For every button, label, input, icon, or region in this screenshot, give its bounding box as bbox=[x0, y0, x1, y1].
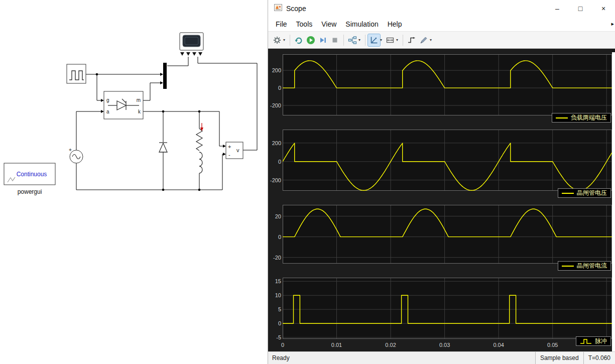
source-plus-label: + bbox=[69, 147, 72, 153]
legend-label: 脉冲 bbox=[595, 337, 607, 345]
legend-1[interactable]: 负载两端电压 bbox=[552, 113, 611, 123]
scope-subplot-4 bbox=[283, 278, 612, 339]
maximize-button[interactable]: □ bbox=[569, 0, 592, 17]
wire-junctions bbox=[96, 73, 201, 191]
trigger-button[interactable] bbox=[406, 34, 418, 46]
scope-subplot-3 bbox=[283, 205, 612, 264]
y-tick-label: 0 bbox=[268, 84, 281, 91]
powergui-label: powergui bbox=[18, 188, 42, 195]
scope-block[interactable] bbox=[180, 33, 203, 56]
menu-item-view[interactable]: View bbox=[317, 19, 341, 30]
y-tick-label: 20 bbox=[268, 213, 281, 220]
port-label-a: a bbox=[106, 109, 109, 114]
legend-3[interactable]: 晶闸管电流 bbox=[558, 261, 611, 271]
menu-item-tools[interactable]: Tools bbox=[292, 19, 317, 30]
scope-screen-icon bbox=[183, 35, 200, 47]
settings-gear-button[interactable] bbox=[271, 34, 283, 46]
y-tick-label: -200 bbox=[268, 177, 281, 184]
x-tick-label: 0.02 bbox=[382, 342, 399, 348]
x-tick-label: 0 bbox=[274, 342, 291, 348]
vm-plus-label: + bbox=[228, 144, 231, 150]
port-label-m: m bbox=[137, 97, 141, 103]
y-tick-label: 200 bbox=[268, 67, 281, 74]
status-ready: Ready bbox=[268, 352, 535, 364]
stop-button[interactable] bbox=[329, 34, 341, 46]
x-tick-label: 0.04 bbox=[490, 342, 507, 348]
legend-line-icon bbox=[562, 266, 574, 267]
window-title: Scope bbox=[286, 5, 306, 13]
minimize-button[interactable]: – bbox=[546, 0, 569, 17]
x-tick-label: 0.03 bbox=[436, 342, 453, 348]
rlc-branch-block[interactable] bbox=[196, 123, 203, 173]
y-tick-label: -5 bbox=[268, 334, 281, 341]
legend-label: 负载两端电压 bbox=[571, 113, 607, 122]
x-tick-label: 0.01 bbox=[328, 342, 345, 348]
status-sample-mode: Sample based bbox=[535, 352, 583, 364]
diode-block[interactable] bbox=[159, 143, 167, 152]
toolbar-separator bbox=[343, 35, 344, 46]
title-bar[interactable]: Scope – □ × bbox=[268, 0, 615, 17]
signal-selector-caret[interactable]: ▾ bbox=[358, 38, 360, 42]
measurements-caret[interactable]: ▾ bbox=[430, 38, 432, 42]
vm-v-label: v bbox=[236, 147, 239, 153]
powergui-block[interactable]: Continuous powergui bbox=[4, 163, 55, 195]
signal-selector-button[interactable] bbox=[346, 34, 358, 46]
y-tick-label: 0 bbox=[268, 320, 281, 327]
y-tick-label: 200 bbox=[268, 140, 281, 147]
status-bar: Ready Sample based T=0.060 bbox=[268, 351, 615, 364]
zoom-fit-caret[interactable]: ▾ bbox=[396, 38, 398, 42]
ac-voltage-source-block[interactable]: + bbox=[69, 147, 83, 163]
menu-bar: FileToolsViewSimulationHelp▸ bbox=[268, 17, 615, 31]
settings-dropdown-caret[interactable]: ▾ bbox=[283, 38, 285, 42]
simulink-canvas: g a m k + bbox=[0, 0, 268, 364]
pulse-generator-block[interactable] bbox=[67, 64, 86, 83]
y-tick-label: 5 bbox=[268, 306, 281, 313]
y-tick-label: 10 bbox=[268, 292, 281, 299]
toolbar: ▾ bbox=[268, 31, 615, 49]
scale-axes-button[interactable] bbox=[368, 34, 380, 46]
scale-axes-caret[interactable]: ▾ bbox=[380, 38, 382, 42]
scope-window: Scope – □ × FileToolsViewSimulationHelp▸… bbox=[268, 0, 615, 364]
scope-plot-area: 2000-200负载两端电压2000-200晶闸管电压200-20晶闸管电流15… bbox=[268, 49, 615, 351]
voltage-measurement-block[interactable]: + - v bbox=[226, 142, 243, 159]
scope-input-ports bbox=[180, 52, 202, 56]
legend-label: 晶闸管电流 bbox=[577, 262, 607, 270]
scope-subplot-1 bbox=[283, 54, 612, 115]
powergui-title: Continuous bbox=[17, 171, 47, 178]
toolbar-separator bbox=[365, 35, 365, 46]
scope-app-icon bbox=[274, 4, 282, 13]
menu-overflow-icon[interactable]: ▸ bbox=[611, 21, 614, 27]
y-tick-label: 0 bbox=[268, 158, 281, 165]
y-tick-label: 15 bbox=[268, 278, 281, 285]
zoom-fit-button[interactable] bbox=[384, 34, 396, 46]
vm-minus-label: - bbox=[228, 152, 230, 158]
mux-block[interactable] bbox=[163, 63, 167, 89]
y-tick-label: -200 bbox=[268, 102, 281, 109]
status-sim-time: T=0.060 bbox=[583, 352, 615, 364]
menu-item-simulation[interactable]: Simulation bbox=[341, 19, 383, 30]
thyristor-block[interactable]: g a m k bbox=[104, 91, 143, 119]
close-button[interactable]: × bbox=[592, 0, 615, 17]
legend-label: 晶闸管电压 bbox=[577, 189, 607, 197]
step-forward-button[interactable] bbox=[317, 34, 329, 46]
legend-4[interactable]: 脉冲 bbox=[576, 336, 611, 346]
plot-right-strip bbox=[612, 49, 615, 351]
legend-step-icon bbox=[580, 338, 592, 344]
legend-line-icon bbox=[556, 117, 568, 118]
port-label-g: g bbox=[106, 97, 109, 103]
scope-subplot-2 bbox=[283, 130, 612, 191]
y-tick-label: 0 bbox=[268, 233, 281, 240]
menu-item-file[interactable]: File bbox=[271, 19, 292, 30]
legend-line-icon bbox=[562, 193, 574, 194]
measurements-button[interactable] bbox=[418, 34, 430, 46]
run-button[interactable] bbox=[305, 34, 317, 46]
x-tick-label: 0.05 bbox=[544, 342, 561, 348]
toolbar-separator bbox=[290, 35, 290, 46]
simulation-snapshot-button[interactable] bbox=[293, 34, 305, 46]
strip-corner-square bbox=[612, 49, 615, 52]
toolbar-separator bbox=[403, 35, 403, 46]
legend-2[interactable]: 晶闸管电压 bbox=[558, 188, 611, 198]
y-tick-label: -20 bbox=[268, 254, 281, 261]
menu-item-help[interactable]: Help bbox=[383, 19, 407, 30]
inductor-icon bbox=[199, 152, 202, 173]
